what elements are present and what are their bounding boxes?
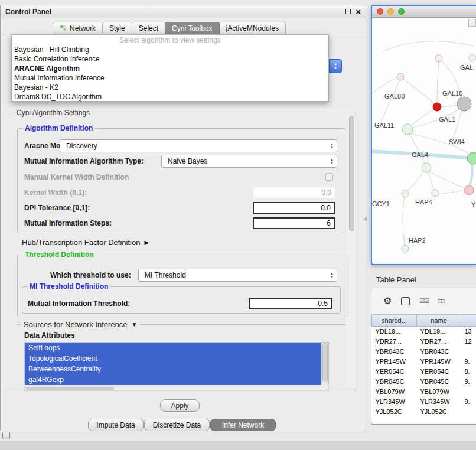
collapsed-panel-icon[interactable] [2,432,10,439]
clear-checks-icon[interactable]: □□ [438,296,444,306]
gear-icon[interactable]: ⚙ [383,296,392,306]
table-cell[interactable] [461,407,476,417]
dpi-tolerance-field[interactable]: 0.0 [253,202,335,214]
table-row[interactable]: YLR345WYLR345W9. [372,397,476,407]
table-row[interactable]: YDR27...YDR27...12 [372,337,476,347]
algorithm-combo-stepper-icon[interactable] [329,59,342,73]
table-cell[interactable]: YLR345W [417,397,461,407]
table-cell[interactable]: YLR345W [372,397,417,407]
network-node[interactable] [469,54,476,61]
data-attribute-item[interactable]: SelfLoops [25,343,321,353]
tab-network[interactable]: Network [53,22,103,35]
table-cell[interactable]: YBR043C [372,347,417,357]
columns-icon[interactable] [401,297,410,305]
canvas-scrollbar-corner[interactable] [468,19,476,27]
apply-button[interactable]: Apply [160,399,200,412]
algorithm-dropdown-item[interactable]: Mutual Information Inference [12,73,328,83]
aracne-mode-combo[interactable]: Discovery [60,139,337,152]
hub-expander[interactable]: Hub/Transcription Factor Definition ▶ [22,238,149,247]
data-attribute-item[interactable]: gal4RGexp [25,374,321,385]
table-row[interactable]: YBR043CYBR043C [372,347,476,357]
table-cell[interactable]: 8. [461,367,476,377]
table-cell[interactable]: 12 [461,337,476,347]
table-cell[interactable]: YBL079W [417,387,461,397]
network-view-window[interactable]: GALGAL80GAL10GAL11GAL1SWI4GAL4GCY1HAP4YH… [371,5,476,265]
kernel-width-field[interactable]: 0.0 [253,187,335,198]
table-cell[interactable]: YBL079W [372,387,417,397]
table-row[interactable]: YBR045CYBR045C9. [372,377,476,387]
table-cell[interactable]: YJL052C [417,407,461,417]
close-traffic-light-icon[interactable] [377,8,383,15]
table-cell[interactable]: 9. [461,397,476,407]
network-canvas[interactable]: GALGAL80GAL10GAL11GAL1SWI4GAL4GCY1HAP4YH… [372,18,476,264]
control-panel-titlebar[interactable]: Control Panel × [1,5,366,18]
column-header-extra[interactable] [461,315,476,327]
network-node[interactable] [467,152,476,164]
network-node[interactable] [435,55,442,62]
sources-expander[interactable]: Sources for Network Inference ▼ [21,320,140,329]
scrollbar-thumb[interactable] [322,343,328,382]
table-row[interactable]: YBL079WYBL079W [372,387,476,397]
network-node[interactable] [397,73,404,80]
tab-select[interactable]: Select [132,22,165,35]
column-header-shared-name[interactable]: shared... [372,315,417,327]
table-cell[interactable]: YBR043C [417,347,461,357]
data-attribute-item[interactable]: TopologicalCoefficient [25,353,321,364]
attribute-list-hscrollbar[interactable] [24,386,329,391]
network-node[interactable] [432,190,439,197]
mi-threshold-field[interactable]: 0.5 [249,298,332,309]
algorithm-dropdown-item[interactable]: Basic Correlation Inference [12,54,328,64]
table-cell[interactable]: YDL19... [372,327,417,337]
tab-style[interactable]: Style [103,22,132,35]
network-node[interactable] [433,103,441,111]
tab-jactivemnodules[interactable]: jActiveMNodules [220,22,286,35]
table-cell[interactable]: YDL19... [417,327,461,337]
column-header-name[interactable]: name [417,315,461,327]
table-row[interactable]: YER054CYER054C8. [372,367,476,377]
network-window-titlebar[interactable] [372,6,476,18]
manual-kernel-checkbox[interactable] [325,173,333,181]
scrollbar-thumb[interactable] [25,387,114,390]
table-cell[interactable]: YDR27... [417,337,461,347]
settings-scrollbar[interactable] [348,114,355,388]
splitter-handle-icon[interactable] [363,217,367,221]
table-cell[interactable]: YER054C [417,367,461,377]
impute-data-button[interactable]: Impute Data [88,419,144,431]
discretize-data-button[interactable]: Discretize Data [144,419,210,431]
close-window-icon[interactable]: × [356,8,361,15]
table-row[interactable]: YJL052CYJL052C [372,407,476,417]
algorithm-dropdown-item[interactable]: Bayesian - Hill Climbing [12,45,328,54]
mi-type-combo[interactable]: Naive Bayes [161,155,337,168]
attribute-list-scrollbar[interactable] [321,343,328,384]
table-cell[interactable]: YPR145W [417,357,461,367]
network-node[interactable] [422,163,431,172]
zoom-traffic-light-icon[interactable] [398,8,405,15]
which-threshold-combo[interactable]: MI Threshold [138,269,337,282]
tab-cyni-toolbox[interactable]: Cyni Toolbox [165,22,219,35]
data-attributes-list[interactable]: SelfLoopsTopologicalCoefficientBetweenne… [24,342,329,384]
table-cell[interactable] [461,347,476,357]
table-cell[interactable]: 9. [461,357,476,367]
table-cell[interactable]: YER054C [372,367,417,377]
table-cell[interactable]: 13 [461,327,476,337]
scrollbar-thumb[interactable] [349,116,354,231]
float-window-icon[interactable] [345,9,351,14]
mi-steps-field[interactable]: 6 [253,217,335,229]
network-node[interactable] [402,245,409,252]
network-node[interactable] [457,97,471,111]
algorithm-dropdown-item[interactable]: Dream8 DC_TDC Algorithm [12,92,328,102]
table-cell[interactable]: YDR27... [372,337,417,347]
minimize-traffic-light-icon[interactable] [387,8,394,15]
network-node[interactable] [402,190,409,197]
table-row[interactable]: YPR145WYPR145W9. [372,357,476,367]
table-row[interactable]: YDL19...YDL19...13 [372,327,476,337]
table-cell[interactable]: YJL052C [372,407,417,417]
table-cell[interactable]: 9. [461,377,476,387]
algorithm-dropdown-item[interactable]: Bayesian - K2 [12,83,328,92]
network-node[interactable] [402,124,413,135]
table-cell[interactable]: YPR145W [372,357,417,367]
network-node[interactable] [464,185,474,195]
infer-network-button[interactable]: Infer Network [210,419,276,431]
table-cell[interactable]: YBR045C [372,377,417,387]
algorithm-dropdown-item[interactable]: ARACNE Algorithm [12,64,328,73]
